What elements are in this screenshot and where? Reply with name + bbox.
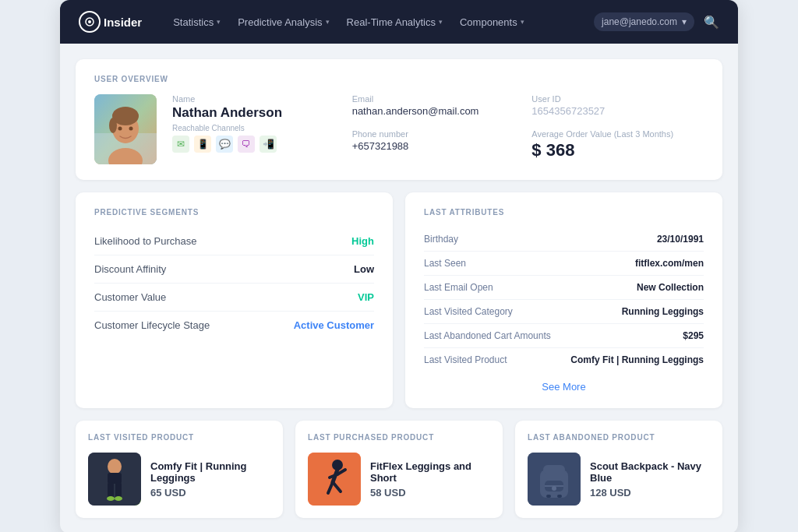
product-panels: LAST VISITED PRODUCT (76, 421, 722, 518)
search-button[interactable]: 🔍 (704, 15, 719, 30)
nav-predictive[interactable]: Predictive Analysis ▾ (231, 12, 335, 33)
middle-panels: PREDICTIVE SEGMENTS Likelihood to Purcha… (76, 192, 722, 408)
segment-row: Customer Value VIP (94, 284, 374, 312)
svg-rect-15 (115, 482, 122, 498)
user-menu[interactable]: jane@janedo.com ▾ (594, 12, 694, 31)
segment-list: Likelihood to Purchase High Discount Aff… (94, 227, 374, 339)
chat-channel-icon: 🗨 (238, 136, 255, 153)
content-area: USER OVERVIEW (60, 44, 738, 532)
segment-row: Likelihood to Purchase High (94, 227, 374, 255)
nav-items: Statistics ▾ Predictive Analysis ▾ Real-… (167, 12, 575, 33)
attr-row: Last Email Open New Collection (424, 276, 704, 300)
attr-row: Birthday 23/10/1991 (424, 227, 704, 252)
last-purchased-thumb (308, 453, 361, 506)
last-purchased-product: FitFlex Leggings and Short 58 USD (308, 453, 490, 506)
nav-right: jane@janedo.com ▾ 🔍 (594, 12, 719, 31)
user-id-value: 1654356723527 (531, 105, 704, 117)
id-aov-block: User ID 1654356723527 Average Order Valu… (531, 94, 704, 160)
segment-row: Discount Affinity Low (94, 255, 374, 284)
last-purchased-card: LAST PURCHASED PRODUCT (295, 421, 503, 518)
svg-point-10 (129, 127, 133, 131)
svg-rect-27 (543, 465, 565, 474)
svg-point-1 (88, 20, 91, 23)
nav-components[interactable]: Components ▾ (454, 12, 531, 33)
channel-icons: ✉ 📱 💬 🗨 📲 (172, 136, 344, 153)
user-overview-content: Name Nathan Anderson Reachable Channels … (94, 94, 704, 164)
sms-channel-icon: 📱 (194, 136, 211, 153)
logo-text: Insider (104, 16, 142, 29)
svg-rect-14 (108, 482, 114, 498)
last-attributes-card: LAST ATTRIBUTES Birthday 23/10/1991 Last… (405, 192, 722, 408)
last-abandoned-info: Scout Backpack - Navy Blue 128 USD (590, 460, 710, 499)
last-abandoned-title: LAST ABANDONED PRODUCT (528, 433, 710, 442)
chevron-down-icon: ▾ (217, 18, 221, 26)
last-abandoned-thumb (528, 453, 581, 506)
last-visited-info: Comfy Fit | Running Leggings 65 USD (150, 460, 270, 499)
user-overview-card: USER OVERVIEW (76, 59, 722, 180)
last-visited-card: LAST VISITED PRODUCT (76, 421, 283, 518)
last-attributes-title: LAST ATTRIBUTES (424, 208, 704, 217)
push-channel-icon: 💬 (216, 136, 233, 153)
attr-row: Last Visited Category Running Leggings (424, 300, 704, 324)
svg-point-17 (115, 496, 122, 501)
email-phone-block: Email nathan.anderson@mail.com Phone num… (352, 94, 524, 160)
navbar: Insider Statistics ▾ Predictive Analysis… (60, 0, 738, 44)
user-overview-title: USER OVERVIEW (94, 75, 704, 83)
last-purchased-info: FitFlex Leggings and Short 58 USD (370, 460, 490, 499)
aov-value: $ 368 (531, 140, 704, 160)
user-info-grid: Name Nathan Anderson Reachable Channels … (172, 94, 704, 160)
svg-rect-31 (557, 495, 562, 498)
phone-value: +657321988 (352, 140, 524, 152)
predictive-segments-card: PREDICTIVE SEGMENTS Likelihood to Purcha… (76, 192, 393, 408)
attr-row: Last Visited Product Comfy Fit | Running… (424, 348, 704, 372)
email-channel-icon: ✉ (172, 136, 189, 153)
attribute-list: Birthday 23/10/1991 Last Seen fitflex.co… (424, 227, 704, 372)
predictive-title: PREDICTIVE SEGMENTS (94, 208, 374, 217)
attr-row: Last Abandoned Cart Amounts $295 (424, 324, 704, 348)
email-value: nathan.anderson@mail.com (352, 105, 524, 117)
app-container: Insider Statistics ▾ Predictive Analysis… (60, 0, 738, 532)
whatsapp-channel-icon: 📲 (260, 136, 277, 153)
reachable-label: Reachable Channels (172, 124, 344, 132)
chevron-down-icon: ▾ (682, 16, 687, 27)
see-more-button[interactable]: See More (424, 381, 704, 393)
logo[interactable]: Insider (79, 11, 142, 33)
last-visited-thumb (88, 453, 141, 506)
attr-row: Last Seen fitflex.com/men (424, 252, 704, 276)
svg-point-32 (552, 486, 556, 491)
user-name: Nathan Anderson (172, 105, 344, 121)
user-name-block: Name Nathan Anderson Reachable Channels … (172, 94, 344, 160)
svg-point-9 (118, 127, 122, 131)
nav-statistics[interactable]: Statistics ▾ (167, 12, 227, 33)
last-visited-title: LAST VISITED PRODUCT (88, 433, 270, 442)
svg-point-8 (109, 118, 117, 133)
chevron-down-icon: ▾ (521, 18, 524, 26)
chevron-down-icon: ▾ (326, 18, 330, 26)
svg-point-16 (107, 496, 115, 501)
last-abandoned-product: Scout Backpack - Navy Blue 128 USD (528, 453, 710, 506)
nav-realtime[interactable]: Real-Time Analytics ▾ (341, 12, 449, 33)
logo-circle (79, 11, 101, 33)
chevron-down-icon: ▾ (439, 18, 443, 26)
svg-rect-30 (546, 495, 551, 498)
last-visited-product: Comfy Fit | Running Leggings 65 USD (88, 453, 270, 506)
svg-rect-13 (108, 473, 122, 484)
last-abandoned-card: LAST ABANDONED PRODUCT (515, 421, 722, 518)
avatar (94, 94, 157, 164)
svg-point-12 (108, 459, 122, 474)
segment-row: Customer Lifecycle Stage Active Customer (94, 312, 374, 339)
last-purchased-title: LAST PURCHASED PRODUCT (308, 433, 490, 442)
